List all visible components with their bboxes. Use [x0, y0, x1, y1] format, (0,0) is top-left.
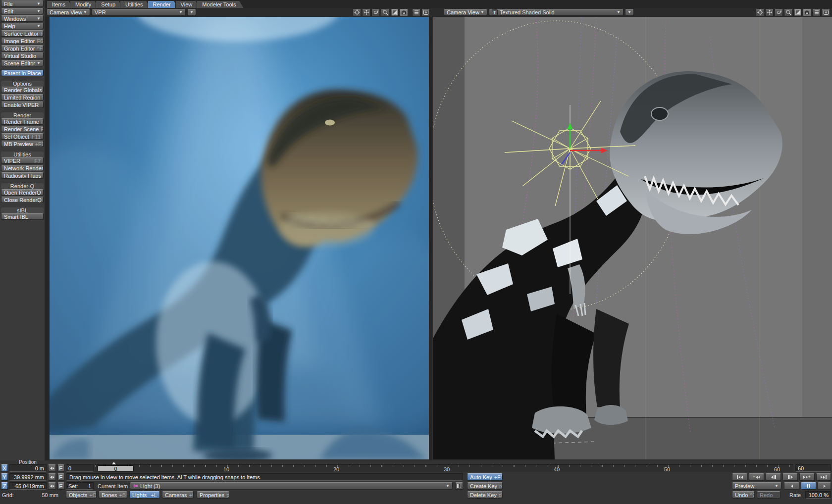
- camera-icon[interactable]: [803, 9, 811, 16]
- render-globals-button[interactable]: Render Globals: [1, 87, 44, 93]
- create-key-button[interactable]: Create Keyret: [467, 482, 503, 490]
- center-item-icon[interactable]: [756, 9, 764, 16]
- frame-slider-handle[interactable]: 0: [98, 465, 134, 472]
- go-start-button[interactable]: [732, 473, 747, 481]
- close-renderq-button[interactable]: Close RenderQ: [1, 197, 44, 203]
- tab-modify[interactable]: Modify: [70, 0, 99, 8]
- parent-in-place-button[interactable]: Parent in Place: [1, 70, 44, 76]
- y-spinner[interactable]: [48, 473, 56, 481]
- prev-key-button[interactable]: +: [749, 473, 764, 481]
- menu-windows[interactable]: Windows▼: [1, 15, 44, 22]
- go-end-button[interactable]: [816, 473, 831, 481]
- redo-button[interactable]: Redo: [757, 491, 780, 499]
- menu-icon[interactable]: [812, 9, 821, 16]
- viper-button[interactable]: VIPERF7: [1, 157, 44, 164]
- center-item-icon[interactable]: [353, 9, 361, 16]
- z-position-field[interactable]: -65.0419mm: [9, 482, 47, 490]
- graph-editor-button[interactable]: Graph Editor^F2: [1, 45, 44, 51]
- step-back-button[interactable]: [766, 473, 781, 481]
- shading-mode-dropdown[interactable]: T Textured Shaded Solid▼: [489, 9, 624, 16]
- tab-utilities[interactable]: Utilities: [120, 0, 150, 8]
- current-item-dropdown[interactable]: Light (3) ▼: [130, 482, 453, 490]
- item-properties-button[interactable]: [455, 482, 463, 490]
- end-frame-field[interactable]: 60: [795, 464, 831, 472]
- limited-region-button[interactable]: Limited Regionl: [1, 94, 44, 101]
- y-axis-button[interactable]: Y: [1, 473, 8, 481]
- z-envelope-button[interactable]: E: [57, 482, 64, 490]
- opengl-scene[interactable]: [433, 17, 832, 459]
- menu-icon[interactable]: [412, 9, 420, 16]
- z-spinner[interactable]: [48, 482, 56, 490]
- tab-setup[interactable]: Setup: [96, 0, 123, 8]
- light-item-icon: [133, 483, 138, 489]
- menu-edit[interactable]: Edit▼: [1, 8, 44, 14]
- menu-file[interactable]: File▼: [1, 0, 44, 7]
- main-tab-bar: Items Modify Setup Utilities Render View…: [45, 0, 832, 8]
- x-axis-button[interactable]: X: [1, 464, 8, 472]
- pause-button[interactable]: [801, 482, 816, 490]
- tab-render[interactable]: Render: [148, 0, 178, 8]
- group-title-sibl: sIBL: [1, 207, 44, 213]
- open-renderq-button[interactable]: Open RenderQ: [1, 189, 44, 196]
- z-axis-button[interactable]: Z: [1, 482, 8, 490]
- next-key-button[interactable]: +: [799, 473, 815, 481]
- menu-help[interactable]: Help▼: [1, 23, 44, 29]
- properties-button[interactable]: Propertiesp: [197, 491, 229, 499]
- layout-save-icon[interactable]: [421, 9, 430, 16]
- rate-field[interactable]: 100.0 %: [805, 491, 831, 499]
- play-reverse-button[interactable]: [784, 482, 799, 490]
- zoom-icon[interactable]: [784, 9, 792, 16]
- x-envelope-button[interactable]: E: [57, 464, 64, 472]
- step-forward-button[interactable]: [782, 473, 798, 481]
- x-spinner[interactable]: [48, 464, 56, 472]
- preview-dropdown[interactable]: Preview▼: [732, 482, 781, 490]
- x-position-field[interactable]: 0 m: [9, 464, 47, 472]
- timeline-ruler[interactable]: 10 20 30 40 50 60 0: [95, 464, 793, 472]
- pan-icon[interactable]: [362, 9, 370, 16]
- pan-icon[interactable]: [765, 9, 774, 16]
- viewport-options-dropdown[interactable]: ▼: [187, 9, 196, 16]
- render-scene-button[interactable]: Render SceneF10: [1, 126, 44, 132]
- virtual-studio-button[interactable]: Virtual Studio: [1, 52, 44, 59]
- enable-viper-button[interactable]: Enable VIPER: [1, 101, 44, 108]
- y-position-field[interactable]: 39.9992 mm: [9, 473, 47, 481]
- shading-mode-dropdown[interactable]: VPR▼: [92, 9, 186, 16]
- chevron-down-icon: ▼: [627, 10, 631, 14]
- radiosity-flags-button[interactable]: Radiosity Flags: [1, 172, 44, 179]
- frame-marker-icon: [112, 462, 116, 464]
- layout-save-icon[interactable]: [822, 9, 830, 16]
- viewport-options-dropdown[interactable]: ▼: [625, 9, 634, 16]
- selection-count-field[interactable]: Set:1: [66, 482, 94, 490]
- maximize-icon[interactable]: [793, 9, 802, 16]
- smart-ibl-button[interactable]: Smart IBL: [1, 213, 44, 220]
- view-type-dropdown[interactable]: Camera View▼: [444, 9, 487, 16]
- cameras-mode-button[interactable]: Cameras+C: [162, 491, 194, 499]
- y-envelope-button[interactable]: E: [57, 473, 64, 481]
- scene-editor-button[interactable]: Scene Editor▼: [1, 60, 44, 66]
- render-frame-button[interactable]: Render FrameF9: [1, 118, 44, 125]
- zoom-icon[interactable]: [381, 9, 389, 16]
- tab-modeler-tools[interactable]: Modeler Tools: [197, 0, 243, 8]
- maximize-icon[interactable]: [390, 9, 399, 16]
- lights-mode-button[interactable]: Lights+L: [129, 491, 160, 499]
- camera-icon[interactable]: [400, 9, 408, 16]
- view-type-dropdown[interactable]: Camera View▼: [47, 9, 90, 16]
- auto-key-button[interactable]: Auto Key+F1: [467, 473, 503, 481]
- group-title-render: Render: [1, 112, 44, 118]
- surface-editor-button[interactable]: Surface EditorF5: [1, 30, 44, 37]
- tab-items[interactable]: Items: [47, 0, 73, 8]
- play-forward-button[interactable]: [818, 482, 831, 490]
- mb-preview-button[interactable]: MB Preview+F9: [1, 141, 44, 147]
- undo-button[interactable]: Undo^Z: [732, 491, 755, 499]
- delete-key-button[interactable]: Delete Keydel: [467, 491, 503, 499]
- image-editor-button[interactable]: Image EditorF6: [1, 38, 44, 44]
- bones-mode-button[interactable]: Bones+B: [99, 491, 127, 499]
- rotate-icon[interactable]: [371, 9, 380, 16]
- current-frame-field[interactable]: 0: [66, 464, 94, 472]
- rotate-icon[interactable]: [775, 9, 783, 16]
- sel-object-button[interactable]: Sel ObjectF11: [1, 133, 44, 140]
- tab-view[interactable]: View: [175, 0, 200, 8]
- vpr-render-scene[interactable]: [50, 17, 429, 459]
- objects-mode-button[interactable]: Objects+O: [66, 491, 97, 499]
- network-render-button[interactable]: Network Render: [1, 165, 44, 171]
